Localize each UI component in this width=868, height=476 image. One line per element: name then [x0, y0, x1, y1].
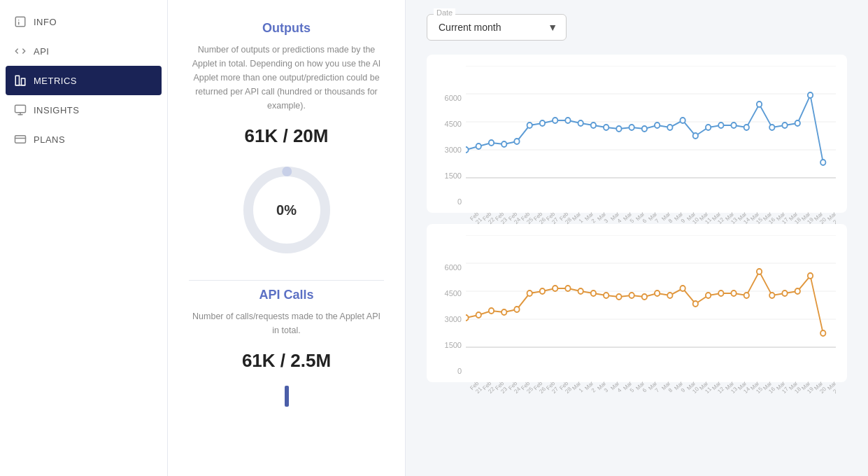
svg-point-26 [540, 120, 545, 126]
plans-icon [14, 133, 27, 146]
outputs-donut: 0% [238, 161, 336, 259]
api-calls-chart-area: 6000 4500 3000 1500 0 [438, 235, 836, 375]
chevron-down-icon: ▼ [548, 22, 557, 33]
svg-point-34 [642, 126, 647, 132]
divider [189, 280, 384, 281]
outputs-title: Outputs [189, 21, 384, 36]
svg-point-29 [578, 120, 583, 126]
svg-point-75 [718, 290, 723, 296]
svg-point-68 [629, 293, 634, 298]
svg-point-77 [744, 293, 749, 298]
svg-point-58 [501, 309, 506, 315]
svg-point-79 [769, 293, 774, 298]
svg-point-41 [731, 122, 736, 128]
sidebar-item-metrics[interactable]: METRICS [6, 66, 162, 95]
svg-point-31 [604, 125, 609, 130]
right-panel: Date Current month ▼ 6000 4500 3000 1500… [406, 0, 868, 476]
svg-point-67 [616, 294, 621, 300]
insights-icon [14, 104, 27, 116]
outputs-y-labels: 6000 4500 3000 1500 0 [438, 94, 466, 206]
sidebar-item-label: API [34, 46, 49, 57]
svg-point-81 [795, 288, 800, 294]
svg-point-20 [466, 147, 469, 153]
api-calls-section: API Calls Number of calls/requests made … [189, 288, 384, 407]
sidebar: INFO API METRICS INSIGHTS PL [0, 0, 168, 476]
svg-point-48 [820, 160, 825, 165]
svg-point-38 [693, 133, 698, 139]
svg-point-72 [680, 286, 685, 291]
svg-point-36 [667, 125, 672, 130]
svg-point-28 [565, 118, 570, 123]
svg-point-56 [476, 312, 481, 318]
svg-point-30 [591, 122, 596, 128]
outputs-chart-svg-wrapper: Feb 21 Feb 22 Feb 23 Feb 24 Feb 25 Feb 2… [466, 66, 836, 206]
svg-rect-4 [22, 78, 25, 85]
main-content: Outputs Number of outputs or predictions… [168, 0, 868, 476]
api-calls-title: API Calls [189, 288, 384, 302]
svg-rect-3 [15, 76, 19, 85]
svg-point-80 [782, 290, 787, 296]
sidebar-item-label: PLANS [34, 134, 65, 145]
svg-point-46 [795, 120, 800, 126]
svg-point-76 [731, 290, 736, 296]
svg-point-61 [540, 288, 545, 294]
api-calls-description: Number of calls/requests made to the App… [189, 309, 384, 337]
svg-point-45 [782, 122, 787, 128]
outputs-chart-area: 6000 4500 3000 1500 0 [438, 66, 836, 206]
sidebar-item-label: INSIGHTS [34, 105, 79, 115]
svg-point-70 [655, 290, 660, 296]
svg-point-40 [718, 122, 723, 128]
svg-point-73 [693, 301, 698, 307]
outputs-percent: 0% [276, 202, 297, 218]
svg-point-25 [527, 122, 532, 128]
svg-point-62 [553, 286, 557, 291]
svg-point-33 [629, 125, 634, 130]
svg-point-27 [553, 118, 557, 123]
svg-point-44 [769, 125, 774, 130]
date-label: Date [434, 8, 455, 17]
code-icon [14, 45, 27, 57]
svg-point-74 [706, 293, 711, 298]
api-calls-x-labels: Feb 21 Feb 22 Feb 23 Feb 24 Feb 25 Feb 2… [466, 378, 836, 396]
sidebar-item-label: METRICS [34, 76, 77, 86]
api-calls-donut-container [189, 386, 384, 407]
date-dropdown[interactable]: Current month ▼ [427, 14, 567, 41]
svg-rect-9 [15, 136, 26, 144]
sidebar-item-label: INFO [34, 17, 57, 27]
sidebar-item-plans[interactable]: PLANS [0, 125, 167, 154]
date-dropdown-wrapper: Date Current month ▼ [427, 14, 567, 41]
sidebar-item-info[interactable]: INFO [0, 7, 167, 36]
sidebar-item-api[interactable]: API [0, 36, 167, 66]
svg-point-22 [489, 140, 494, 146]
svg-point-23 [501, 141, 506, 147]
svg-point-47 [808, 92, 813, 98]
svg-point-32 [616, 126, 621, 132]
svg-point-42 [744, 125, 749, 130]
svg-point-78 [757, 269, 762, 274]
svg-rect-0 [15, 17, 25, 27]
svg-point-65 [591, 290, 596, 296]
svg-point-24 [514, 139, 519, 144]
svg-point-37 [680, 118, 685, 123]
svg-point-82 [808, 273, 813, 279]
svg-point-71 [667, 293, 672, 298]
svg-point-55 [466, 315, 469, 321]
svg-point-64 [578, 288, 583, 294]
svg-point-35 [655, 122, 660, 128]
svg-point-39 [706, 125, 711, 130]
svg-point-57 [489, 308, 494, 314]
svg-point-66 [604, 293, 609, 298]
outputs-chart-svg [466, 66, 836, 206]
svg-point-60 [527, 290, 532, 296]
outputs-x-labels: Feb 21 Feb 22 Feb 23 Feb 24 Feb 25 Feb 2… [466, 209, 836, 227]
outputs-chart-container: 6000 4500 3000 1500 0 [427, 55, 847, 213]
outputs-description: Number of outputs or predictions made by… [189, 43, 384, 113]
sidebar-item-insights[interactable]: INSIGHTS [0, 95, 167, 125]
api-calls-chart-container: 6000 4500 3000 1500 0 [427, 224, 847, 382]
outputs-donut-container: 0% [189, 161, 384, 259]
svg-point-63 [565, 286, 570, 291]
api-calls-y-labels: 6000 4500 3000 1500 0 [438, 263, 466, 375]
outputs-value: 61K / 20M [189, 125, 384, 147]
chart-icon [14, 74, 27, 87]
svg-point-43 [757, 102, 762, 107]
